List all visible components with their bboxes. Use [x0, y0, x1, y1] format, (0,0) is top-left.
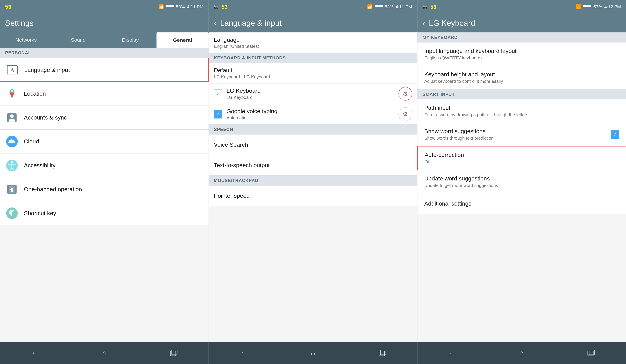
- accounts-title: Accounts & sync: [24, 114, 203, 121]
- language-item-subtitle: English (United States): [214, 44, 412, 49]
- tab-sound[interactable]: Sound: [52, 33, 104, 48]
- back-button-3[interactable]: ←: [445, 348, 459, 358]
- recent-button-2[interactable]: [376, 348, 389, 358]
- section-my-keyboard: MY KEYBOARD: [417, 33, 626, 42]
- lg-keyboard-gear-button[interactable]: ⚙: [398, 87, 412, 101]
- accessibility-text: Accessibility: [24, 162, 203, 169]
- google-voice-gear-button[interactable]: ⚙: [398, 107, 412, 121]
- voice-search-title: Voice Search: [214, 141, 412, 148]
- battery-text-2: 53%: [385, 4, 393, 9]
- section-personal: PERSONAL: [0, 48, 209, 58]
- signal-icon-3: ▀▀▀: [583, 5, 591, 9]
- word-suggestions-subtitle: Show words through text prediction: [424, 136, 611, 141]
- shortcut-title: Shortcut key: [24, 210, 203, 216]
- bottom-nav-1: ← ⌂: [0, 342, 209, 364]
- input-language-item[interactable]: Input language and keyboard layout Engli…: [417, 42, 626, 66]
- word-suggestions-item[interactable]: Show word suggestions Show words through…: [417, 123, 626, 146]
- back-button-2[interactable]: ←: [237, 348, 250, 358]
- pointer-speed-text: Pointer speed: [214, 192, 412, 199]
- keyboard-height-title: Keyboard height and layout: [424, 71, 619, 78]
- google-voice-checkbox[interactable]: ✓: [214, 110, 222, 119]
- lg-keyboard-subtitle: LG Keyboard: [227, 95, 398, 100]
- pointer-speed-title: Pointer speed: [214, 192, 412, 199]
- onehanded-text: One-handed operation: [24, 186, 203, 193]
- signal-icon-1: ▀▀▀: [166, 5, 174, 9]
- tab-general[interactable]: General: [156, 33, 209, 48]
- svg-point-5: [11, 97, 13, 98]
- back-btn-3[interactable]: ‹: [423, 18, 426, 28]
- input-language-title: Input language and keyboard layout: [424, 48, 619, 54]
- auto-correction-subtitle: Off: [425, 159, 619, 164]
- auto-correction-item[interactable]: Auto-correction Off: [417, 146, 626, 170]
- word-suggestions-checkbox[interactable]: ✓: [611, 130, 619, 139]
- word-suggestions-title: Show word suggestions: [424, 128, 611, 134]
- cloud-title: Cloud: [24, 138, 203, 145]
- keyboard-height-subtitle: Adjust keyboard to control it more easil…: [424, 79, 619, 84]
- settings-header: Settings ⋮: [0, 14, 209, 33]
- shortcut-icon: [5, 206, 19, 220]
- status-number-3: 53: [430, 4, 436, 10]
- language-item-title: Language: [214, 36, 412, 43]
- path-input-item[interactable]: Path input Enter a word by drawing a pat…: [417, 99, 626, 123]
- menu-item-shortcut[interactable]: Shortcut key: [0, 201, 209, 225]
- shortcut-text: Shortcut key: [24, 210, 203, 216]
- tts-item[interactable]: Text-to-speech output: [209, 155, 417, 175]
- google-voice-text: Google voice typing Automatic: [227, 108, 398, 121]
- google-voice-item[interactable]: ✓ Google voice typing Automatic ⚙: [209, 104, 417, 124]
- svg-rect-21: [379, 351, 385, 356]
- language-input-header: ‹ Language & input: [209, 14, 417, 33]
- menu-item-onehanded[interactable]: One-handed operation: [0, 177, 209, 201]
- language-input-header-title: Language & input: [220, 18, 282, 28]
- tts-title: Text-to-speech output: [214, 162, 412, 168]
- menu-item-location[interactable]: Location: [0, 82, 209, 106]
- pointer-speed-item[interactable]: Pointer speed: [209, 186, 417, 206]
- location-title: Location: [24, 90, 203, 97]
- back-button-1[interactable]: ←: [28, 348, 42, 358]
- settings-menu-button[interactable]: ⋮: [196, 19, 203, 27]
- status-bar-3: 📷 53 📶 ▀▀▀ 53% 4:12 PM: [417, 0, 626, 14]
- menu-item-accessibility[interactable]: Accessibility: [0, 154, 209, 177]
- back-btn-2[interactable]: ‹: [214, 18, 217, 28]
- path-input-checkbox[interactable]: [611, 107, 619, 115]
- svg-rect-24: [589, 350, 595, 355]
- onehanded-title: One-handed operation: [24, 186, 203, 193]
- keyboard-height-text: Keyboard height and layout Adjust keyboa…: [424, 71, 619, 84]
- lg-keyboard-checkbox[interactable]: ✓: [214, 89, 222, 98]
- status-number-2: 53: [222, 4, 228, 10]
- section-speech: SPEECH: [209, 124, 417, 134]
- home-button-1[interactable]: ⌂: [97, 348, 111, 358]
- update-word-suggestions-subtitle: Update to get more word suggestions: [424, 183, 619, 188]
- accounts-text: Accounts & sync: [24, 114, 203, 121]
- menu-item-cloud[interactable]: Cloud: [0, 130, 209, 154]
- default-keyboard-text: Default LG Keyboard - LG Keyboard: [214, 67, 412, 80]
- tab-networks[interactable]: Networks: [0, 33, 52, 48]
- voice-search-item[interactable]: Voice Search: [209, 134, 417, 155]
- keyboard-height-item[interactable]: Keyboard height and layout Adjust keyboa…: [417, 66, 626, 89]
- google-voice-title: Google voice typing: [227, 108, 398, 115]
- update-word-suggestions-text: Update word suggestions Update to get mo…: [424, 175, 619, 188]
- gear-icon-2: ⚙: [403, 111, 408, 118]
- lg-keyboard-item[interactable]: ✓ LG Keyboard LG Keyboard ⚙: [209, 83, 417, 104]
- tab-display[interactable]: Display: [104, 33, 156, 48]
- section-mouse: MOUSE/TRACKPAD: [209, 175, 417, 186]
- auto-correction-title: Auto-correction: [425, 152, 619, 158]
- language-item[interactable]: Language English (United States): [209, 33, 417, 53]
- home-button-2[interactable]: ⌂: [306, 348, 320, 358]
- section-keyboard: KEYBOARD & INPUT METHODS: [209, 53, 417, 63]
- accounts-icon: [5, 111, 19, 124]
- battery-text-3: 53%: [593, 4, 602, 9]
- recent-button-3[interactable]: [584, 348, 598, 358]
- voice-search-text: Voice Search: [214, 141, 412, 148]
- home-button-3[interactable]: ⌂: [515, 348, 529, 358]
- svg-rect-22: [380, 350, 386, 355]
- menu-item-accounts[interactable]: Accounts & sync: [0, 106, 209, 130]
- status-icons-1: 📶 ▀▀▀ 53% 4:11 PM: [158, 4, 203, 9]
- cloud-text: Cloud: [24, 138, 203, 145]
- menu-item-language-input[interactable]: A Language & input: [0, 58, 209, 82]
- update-word-suggestions-item[interactable]: Update word suggestions Update to get mo…: [417, 170, 626, 194]
- wifi-icon-2: 📶: [367, 4, 373, 9]
- recent-button-1[interactable]: [167, 348, 181, 358]
- additional-settings-item[interactable]: Additional settings: [417, 194, 626, 214]
- location-icon: [5, 87, 19, 101]
- default-keyboard-item[interactable]: Default LG Keyboard - LG Keyboard: [209, 63, 417, 83]
